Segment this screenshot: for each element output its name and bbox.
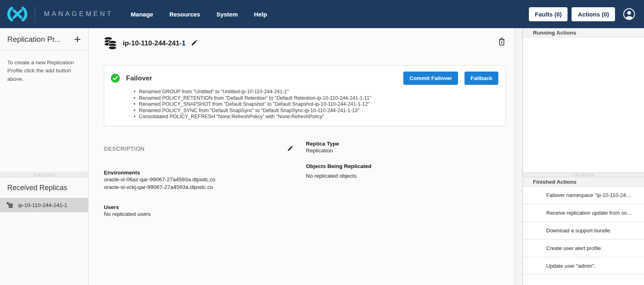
environments-block: Environments oracle-st-06az-qar-99067-27… <box>104 170 293 191</box>
edit-description-pencil-icon[interactable] <box>287 146 293 152</box>
delphix-logo-icon <box>4 5 31 23</box>
app-title: MANAGEMENT <box>44 10 113 18</box>
running-actions-list <box>523 37 644 172</box>
objects-value: No replicated objects <box>306 172 372 180</box>
actions-button[interactable]: Actions (0) <box>572 7 615 21</box>
objects-block: Objects Being Replicated No replicated o… <box>306 163 372 180</box>
user-avatar-icon[interactable] <box>623 8 635 20</box>
finished-action-item[interactable]: Receive replication update from so… <box>523 204 644 222</box>
left-sidebar: Replication Pr... + To create a new Repl… <box>0 28 89 285</box>
environment-item: oracle-st-06az-qar-99067-27a4593a.dlpxdc… <box>104 176 293 183</box>
menu-system[interactable]: System <box>216 11 237 18</box>
finished-actions-list: Failover namespace "ip-10-110-24… Receiv… <box>523 187 644 275</box>
users-block: Users No replicated users <box>104 204 293 218</box>
replica-type-label: Replica Type <box>306 141 372 147</box>
sidebar-item-replica[interactable]: ip-10-110-244-241-1 <box>0 198 88 212</box>
main-menu: Manage Resources System Help <box>131 11 267 18</box>
top-navbar: MANAGEMENT Manage Resources System Help … <box>0 0 644 28</box>
replication-profiles-title: Replication Pr... <box>7 35 61 44</box>
sidebar-splitter[interactable] <box>0 172 88 177</box>
replica-item-label: ip-10-110-244-241-1 <box>18 202 67 208</box>
replica-type-block: Replica Type Replication <box>306 141 372 154</box>
delete-replica-trash-icon[interactable] <box>498 38 505 46</box>
splitter-grip-icon <box>573 173 594 176</box>
page-title: ip-10-110-244-241-1 <box>123 39 186 47</box>
namespace-db-icon <box>104 36 117 50</box>
splitter-grip-icon <box>33 173 55 176</box>
menu-help[interactable]: Help <box>254 11 267 18</box>
failover-change-item: Renamed POLICY_SYNC from "Default SnapSy… <box>134 108 506 114</box>
profiles-hint-text: To create a new Replication Profile clic… <box>0 51 88 91</box>
navbar-right: Faults (0) Actions (0) <box>529 7 644 21</box>
failover-change-item: Renamed GROUP from "Untitled" to "Untitl… <box>134 89 506 95</box>
actions-panel: Running Actions Finished Actions Failove… <box>522 28 644 285</box>
success-check-icon <box>111 74 120 83</box>
actions-panel-splitter[interactable] <box>523 172 644 177</box>
running-actions-header: Running Actions <box>523 28 644 37</box>
environments-label: Environments <box>104 170 293 176</box>
received-replicas-title: Received Replicas <box>0 177 88 198</box>
delphix-logo-icon[interactable] <box>0 5 35 23</box>
failover-card-header: Failover Commit Failover Failback <box>104 66 506 85</box>
finished-actions-header: Finished Actions <box>523 177 644 187</box>
failback-button[interactable]: Failback <box>464 72 498 85</box>
menu-manage[interactable]: Manage <box>131 11 153 18</box>
description-label: DESCRIPTION <box>104 146 144 152</box>
finished-action-item[interactable]: Download a support bundle. <box>523 222 644 240</box>
failover-title: Failover <box>126 74 152 82</box>
navbar-divider <box>35 6 35 23</box>
main-content: ip-10-110-244-241-1 Failover Comm <box>89 28 515 285</box>
failover-change-item: Consolidated POLICY_REFRESH "None:Refres… <box>134 114 506 120</box>
finished-action-item[interactable]: Create user alert profile. <box>523 240 644 257</box>
add-profile-button[interactable]: + <box>74 35 81 44</box>
failover-card: Failover Commit Failover Failback Rename… <box>104 65 506 126</box>
details-column: Replica Type Replication Objects Being R… <box>306 140 372 218</box>
finished-action-item[interactable]: Update user "admin". <box>523 257 644 275</box>
description-column: DESCRIPTION Environments oracle-st-06az-… <box>104 140 293 218</box>
edit-title-pencil-icon[interactable] <box>190 40 197 47</box>
failover-change-item: Renamed POLICY_SNAPSHOT from "Default Sn… <box>134 101 506 108</box>
failover-buttons: Commit Failover Failback <box>403 72 498 85</box>
commit-failover-button[interactable]: Commit Failover <box>403 72 458 85</box>
failover-change-list: Renamed GROUP from "Untitled" to "Untitl… <box>134 89 506 120</box>
finished-action-item[interactable]: Failover namespace "ip-10-110-24… <box>523 187 644 204</box>
failover-change-item: Renamed POLICY_RETENTION from "Default R… <box>134 95 506 102</box>
menu-resources[interactable]: Resources <box>169 11 200 18</box>
users-label: Users <box>104 204 293 210</box>
received-replicas-section: Received Replicas ip-10-110-244-241-1 <box>0 177 88 212</box>
replica-header: ip-10-110-244-241-1 <box>104 36 505 50</box>
users-value: No replicated users <box>104 210 293 218</box>
faults-button[interactable]: Faults (0) <box>529 7 568 21</box>
replica-db-icon <box>6 202 13 209</box>
replication-profiles-section: Replication Pr... + To create a new Repl… <box>0 28 88 172</box>
objects-label: Objects Being Replicated <box>306 163 372 169</box>
replication-profiles-header: Replication Pr... + <box>0 28 88 51</box>
replica-type-value: Replication <box>306 147 372 154</box>
description-section: DESCRIPTION Environments oracle-st-06az-… <box>104 140 506 218</box>
environment-item: oracle-st-vckj-qar-99067-27a4593a.dlpxdc… <box>104 183 293 191</box>
